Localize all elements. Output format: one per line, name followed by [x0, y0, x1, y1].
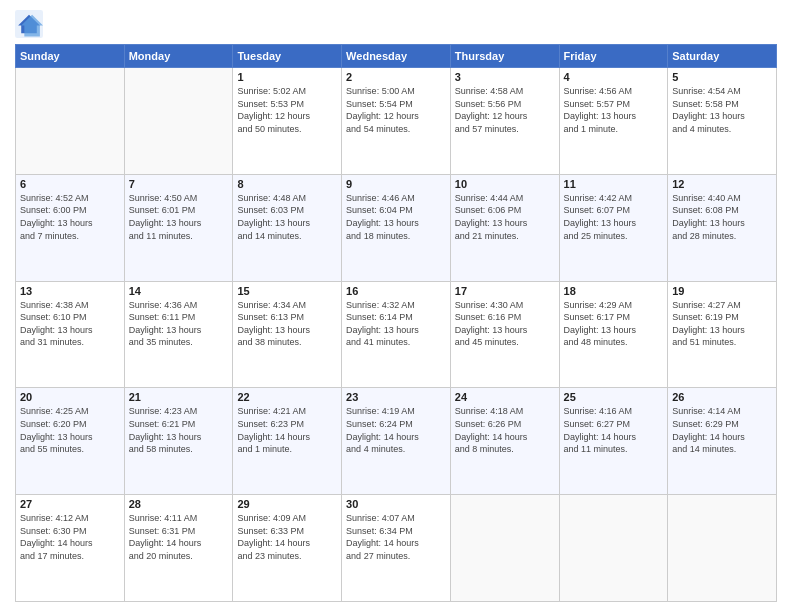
- day-info: Sunrise: 4:44 AM Sunset: 6:06 PM Dayligh…: [455, 192, 555, 242]
- calendar-cell: 5Sunrise: 4:54 AM Sunset: 5:58 PM Daylig…: [668, 68, 777, 175]
- day-number: 8: [237, 178, 337, 190]
- calendar-cell: 2Sunrise: 5:00 AM Sunset: 5:54 PM Daylig…: [342, 68, 451, 175]
- calendar-header-thursday: Thursday: [450, 45, 559, 68]
- calendar-table: SundayMondayTuesdayWednesdayThursdayFrid…: [15, 44, 777, 602]
- calendar-cell: 8Sunrise: 4:48 AM Sunset: 6:03 PM Daylig…: [233, 174, 342, 281]
- logo: [15, 10, 47, 38]
- day-info: Sunrise: 4:29 AM Sunset: 6:17 PM Dayligh…: [564, 299, 664, 349]
- day-info: Sunrise: 4:09 AM Sunset: 6:33 PM Dayligh…: [237, 512, 337, 562]
- calendar-cell: 4Sunrise: 4:56 AM Sunset: 5:57 PM Daylig…: [559, 68, 668, 175]
- calendar-cell: 15Sunrise: 4:34 AM Sunset: 6:13 PM Dayli…: [233, 281, 342, 388]
- day-number: 18: [564, 285, 664, 297]
- day-info: Sunrise: 4:52 AM Sunset: 6:00 PM Dayligh…: [20, 192, 120, 242]
- day-info: Sunrise: 4:38 AM Sunset: 6:10 PM Dayligh…: [20, 299, 120, 349]
- day-info: Sunrise: 4:16 AM Sunset: 6:27 PM Dayligh…: [564, 405, 664, 455]
- day-number: 30: [346, 498, 446, 510]
- calendar-cell: [16, 68, 125, 175]
- calendar-cell: [450, 495, 559, 602]
- day-info: Sunrise: 4:19 AM Sunset: 6:24 PM Dayligh…: [346, 405, 446, 455]
- calendar-cell: 26Sunrise: 4:14 AM Sunset: 6:29 PM Dayli…: [668, 388, 777, 495]
- calendar-cell: 19Sunrise: 4:27 AM Sunset: 6:19 PM Dayli…: [668, 281, 777, 388]
- calendar-cell: 9Sunrise: 4:46 AM Sunset: 6:04 PM Daylig…: [342, 174, 451, 281]
- day-info: Sunrise: 4:18 AM Sunset: 6:26 PM Dayligh…: [455, 405, 555, 455]
- day-info: Sunrise: 4:34 AM Sunset: 6:13 PM Dayligh…: [237, 299, 337, 349]
- calendar-week-1: 1Sunrise: 5:02 AM Sunset: 5:53 PM Daylig…: [16, 68, 777, 175]
- calendar-week-3: 13Sunrise: 4:38 AM Sunset: 6:10 PM Dayli…: [16, 281, 777, 388]
- calendar-header-tuesday: Tuesday: [233, 45, 342, 68]
- day-number: 25: [564, 391, 664, 403]
- day-number: 17: [455, 285, 555, 297]
- day-info: Sunrise: 4:42 AM Sunset: 6:07 PM Dayligh…: [564, 192, 664, 242]
- day-info: Sunrise: 4:14 AM Sunset: 6:29 PM Dayligh…: [672, 405, 772, 455]
- day-info: Sunrise: 4:32 AM Sunset: 6:14 PM Dayligh…: [346, 299, 446, 349]
- day-number: 9: [346, 178, 446, 190]
- calendar-week-5: 27Sunrise: 4:12 AM Sunset: 6:30 PM Dayli…: [16, 495, 777, 602]
- calendar-cell: 28Sunrise: 4:11 AM Sunset: 6:31 PM Dayli…: [124, 495, 233, 602]
- calendar-cell: 3Sunrise: 4:58 AM Sunset: 5:56 PM Daylig…: [450, 68, 559, 175]
- calendar-cell: 21Sunrise: 4:23 AM Sunset: 6:21 PM Dayli…: [124, 388, 233, 495]
- calendar-cell: [124, 68, 233, 175]
- calendar-cell: 25Sunrise: 4:16 AM Sunset: 6:27 PM Dayli…: [559, 388, 668, 495]
- calendar-cell: 7Sunrise: 4:50 AM Sunset: 6:01 PM Daylig…: [124, 174, 233, 281]
- day-info: Sunrise: 4:46 AM Sunset: 6:04 PM Dayligh…: [346, 192, 446, 242]
- day-number: 16: [346, 285, 446, 297]
- calendar-week-4: 20Sunrise: 4:25 AM Sunset: 6:20 PM Dayli…: [16, 388, 777, 495]
- calendar-cell: 13Sunrise: 4:38 AM Sunset: 6:10 PM Dayli…: [16, 281, 125, 388]
- header: [15, 10, 777, 38]
- calendar-header-wednesday: Wednesday: [342, 45, 451, 68]
- day-info: Sunrise: 4:23 AM Sunset: 6:21 PM Dayligh…: [129, 405, 229, 455]
- calendar-cell: 23Sunrise: 4:19 AM Sunset: 6:24 PM Dayli…: [342, 388, 451, 495]
- day-number: 12: [672, 178, 772, 190]
- calendar-cell: [668, 495, 777, 602]
- day-number: 21: [129, 391, 229, 403]
- day-info: Sunrise: 4:56 AM Sunset: 5:57 PM Dayligh…: [564, 85, 664, 135]
- calendar-header-row: SundayMondayTuesdayWednesdayThursdayFrid…: [16, 45, 777, 68]
- day-number: 14: [129, 285, 229, 297]
- day-info: Sunrise: 4:25 AM Sunset: 6:20 PM Dayligh…: [20, 405, 120, 455]
- day-number: 7: [129, 178, 229, 190]
- calendar-cell: [559, 495, 668, 602]
- day-info: Sunrise: 4:48 AM Sunset: 6:03 PM Dayligh…: [237, 192, 337, 242]
- day-info: Sunrise: 4:30 AM Sunset: 6:16 PM Dayligh…: [455, 299, 555, 349]
- calendar-cell: 30Sunrise: 4:07 AM Sunset: 6:34 PM Dayli…: [342, 495, 451, 602]
- day-number: 5: [672, 71, 772, 83]
- calendar-cell: 27Sunrise: 4:12 AM Sunset: 6:30 PM Dayli…: [16, 495, 125, 602]
- day-info: Sunrise: 4:27 AM Sunset: 6:19 PM Dayligh…: [672, 299, 772, 349]
- calendar-cell: 1Sunrise: 5:02 AM Sunset: 5:53 PM Daylig…: [233, 68, 342, 175]
- day-number: 19: [672, 285, 772, 297]
- calendar-cell: 29Sunrise: 4:09 AM Sunset: 6:33 PM Dayli…: [233, 495, 342, 602]
- calendar-header-sunday: Sunday: [16, 45, 125, 68]
- calendar-header-saturday: Saturday: [668, 45, 777, 68]
- logo-icon: [15, 10, 43, 38]
- day-number: 1: [237, 71, 337, 83]
- calendar-cell: 16Sunrise: 4:32 AM Sunset: 6:14 PM Dayli…: [342, 281, 451, 388]
- calendar-cell: 20Sunrise: 4:25 AM Sunset: 6:20 PM Dayli…: [16, 388, 125, 495]
- day-number: 26: [672, 391, 772, 403]
- day-number: 27: [20, 498, 120, 510]
- calendar-cell: 17Sunrise: 4:30 AM Sunset: 6:16 PM Dayli…: [450, 281, 559, 388]
- calendar-header-monday: Monday: [124, 45, 233, 68]
- page: SundayMondayTuesdayWednesdayThursdayFrid…: [0, 0, 792, 612]
- day-info: Sunrise: 5:02 AM Sunset: 5:53 PM Dayligh…: [237, 85, 337, 135]
- day-number: 3: [455, 71, 555, 83]
- calendar-week-2: 6Sunrise: 4:52 AM Sunset: 6:00 PM Daylig…: [16, 174, 777, 281]
- day-number: 10: [455, 178, 555, 190]
- day-number: 4: [564, 71, 664, 83]
- day-info: Sunrise: 4:54 AM Sunset: 5:58 PM Dayligh…: [672, 85, 772, 135]
- day-number: 29: [237, 498, 337, 510]
- calendar-header-friday: Friday: [559, 45, 668, 68]
- day-number: 23: [346, 391, 446, 403]
- day-info: Sunrise: 5:00 AM Sunset: 5:54 PM Dayligh…: [346, 85, 446, 135]
- day-number: 20: [20, 391, 120, 403]
- day-number: 28: [129, 498, 229, 510]
- day-number: 22: [237, 391, 337, 403]
- calendar-cell: 14Sunrise: 4:36 AM Sunset: 6:11 PM Dayli…: [124, 281, 233, 388]
- day-number: 15: [237, 285, 337, 297]
- calendar-cell: 10Sunrise: 4:44 AM Sunset: 6:06 PM Dayli…: [450, 174, 559, 281]
- day-info: Sunrise: 4:40 AM Sunset: 6:08 PM Dayligh…: [672, 192, 772, 242]
- day-info: Sunrise: 4:21 AM Sunset: 6:23 PM Dayligh…: [237, 405, 337, 455]
- day-info: Sunrise: 4:50 AM Sunset: 6:01 PM Dayligh…: [129, 192, 229, 242]
- day-info: Sunrise: 4:58 AM Sunset: 5:56 PM Dayligh…: [455, 85, 555, 135]
- day-number: 11: [564, 178, 664, 190]
- day-number: 13: [20, 285, 120, 297]
